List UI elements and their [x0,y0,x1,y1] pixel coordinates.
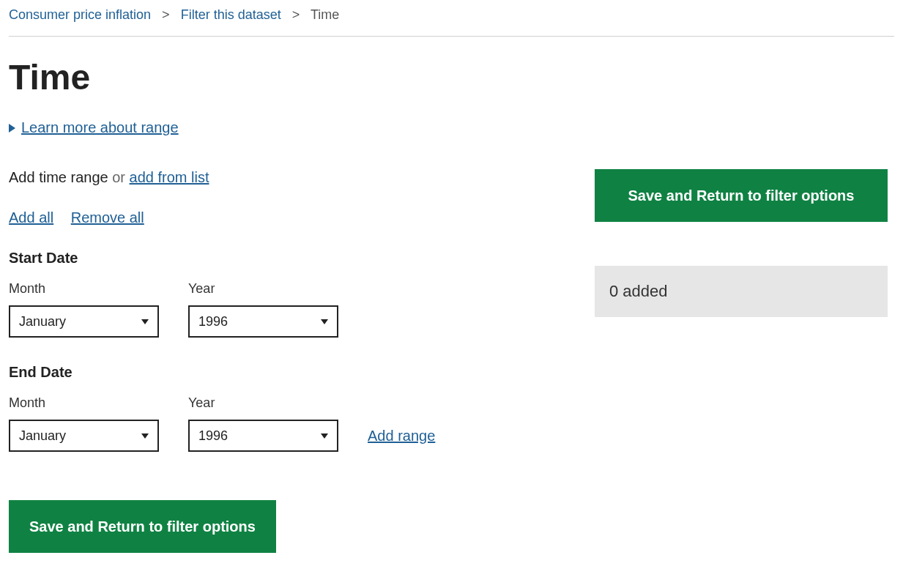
main-form-column: Add time range or add from list Add all … [9,169,536,553]
end-year-select[interactable]: 1996 [188,420,338,452]
end-month-select[interactable]: January [9,420,159,452]
chevron-down-icon [141,433,149,439]
start-year-value: 1996 [198,314,228,330]
end-month-label: Month [9,395,159,411]
breadcrumb-link-dataset[interactable]: Consumer price inflation [9,7,151,22]
end-month-value: January [19,428,66,444]
add-time-range-line: Add time range or add from list [9,169,536,186]
add-all-link[interactable]: Add all [9,209,53,226]
start-date-label: Start Date [9,250,536,267]
added-count-text: 0 added [609,282,668,300]
chevron-right-icon: > [292,7,300,22]
triangle-right-icon [9,124,15,133]
end-date-label: End Date [9,364,536,381]
end-date-row: Month January Year 1996 Add range [9,395,536,452]
page-title: Time [9,57,894,97]
or-text: or [112,169,125,185]
end-year-label: Year [188,395,338,411]
breadcrumb-current: Time [311,7,339,22]
breadcrumb-link-filter[interactable]: Filter this dataset [181,7,281,22]
chevron-down-icon [321,433,328,439]
start-date-row: Month January Year 1996 [9,281,536,338]
start-month-label: Month [9,281,159,297]
breadcrumb: Consumer price inflation > Filter this d… [9,7,894,37]
bulk-action-links: Add all Remove all [9,209,536,226]
add-range-link[interactable]: Add range [368,428,435,444]
add-from-list-link[interactable]: add from list [130,169,209,185]
end-year-value: 1996 [198,428,228,444]
chevron-down-icon [321,319,328,324]
start-month-select[interactable]: January [9,305,159,338]
added-count-box: 0 added [595,266,888,317]
learn-more-label: Learn more about range [21,119,179,136]
save-return-button-bottom[interactable]: Save and Return to filter options [9,500,276,553]
save-return-button-side[interactable]: Save and Return to filter options [595,169,888,222]
chevron-down-icon [141,319,149,324]
chevron-right-icon: > [162,7,170,22]
sidebar-column: Save and Return to filter options 0 adde… [595,169,888,317]
learn-more-toggle[interactable]: Learn more about range [9,119,179,136]
start-month-value: January [19,314,66,330]
start-year-select[interactable]: 1996 [188,305,338,338]
add-time-range-label: Add time range [9,169,108,185]
start-year-label: Year [188,281,338,297]
remove-all-link[interactable]: Remove all [71,209,144,226]
